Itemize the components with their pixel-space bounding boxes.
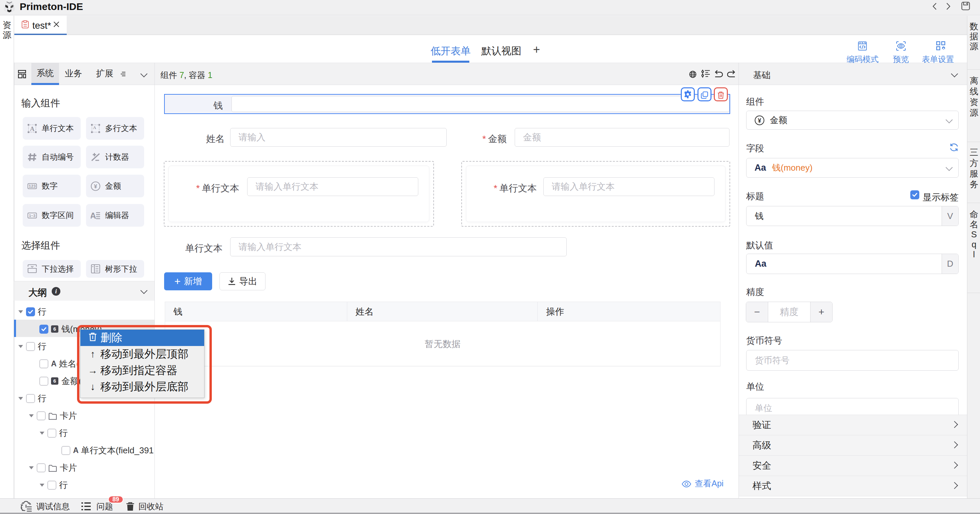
svg-text:123: 123	[29, 184, 36, 189]
svg-text:¥: ¥	[758, 117, 761, 124]
svg-text:A: A	[91, 211, 96, 221]
svg-text:1~3: 1~3	[29, 213, 36, 217]
svg-text:A: A	[93, 125, 96, 130]
svg-text:A: A	[30, 125, 35, 132]
svg-text:¥: ¥	[94, 183, 97, 189]
